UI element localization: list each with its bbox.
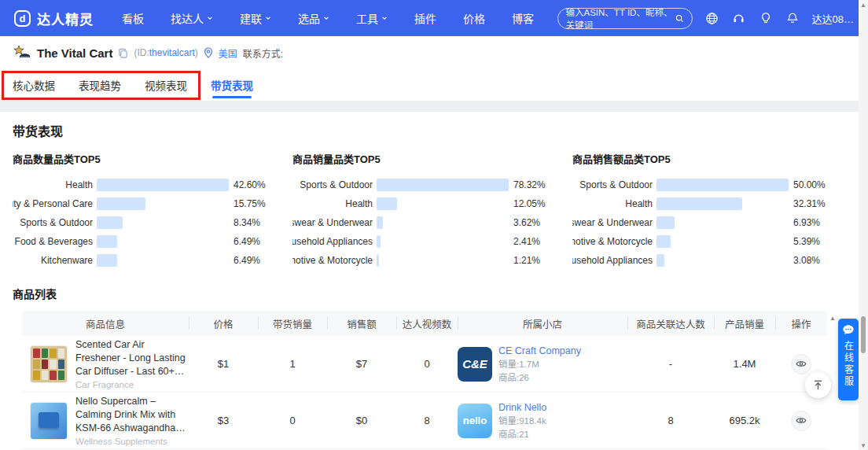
nav-item-blog[interactable]: 博客 [512, 10, 534, 26]
nav-item-dashboard[interactable]: 看板 [122, 10, 144, 26]
back-to-top-icon [812, 379, 824, 391]
table-row: Nello Supercalm – Calming Drink Mix with… [22, 393, 827, 449]
bar-value: 78.32% [513, 179, 546, 190]
bar-row: Automotive & Motorcycle 5.39% [572, 232, 852, 251]
table-row: Scented Car Air Freshener - Long Lasting… [22, 336, 827, 393]
bar-row: Womenswear & Underwear 6.93% [572, 213, 852, 232]
notifications-bell-icon[interactable] [785, 11, 800, 25]
bar [657, 197, 742, 210]
user-account[interactable]: 达达08… [812, 11, 854, 26]
bar [97, 216, 123, 229]
bar [377, 235, 381, 248]
language-globe-icon[interactable] [705, 11, 719, 25]
creator-id: (ID:thevitalcart) [134, 47, 197, 58]
product-sales-cell: 1.4M [714, 358, 775, 370]
bar-label: Sports & Outdoor [572, 179, 653, 190]
bar-label: Automotive & Motorcycle [572, 236, 653, 247]
shop-sales: 销量:1.7M [498, 357, 581, 370]
col-related-creators: 商品关联达人数 [627, 311, 714, 336]
revenue-cell: $7 [327, 358, 396, 370]
product-category: Car Fragrance [75, 380, 187, 389]
bar-label: Sports & Outdoor [292, 179, 373, 190]
bar-label: Sports & Outdoor [13, 217, 93, 228]
col-price: 价格 [189, 311, 258, 336]
shop-name-link[interactable]: CE Craft Company [498, 345, 581, 356]
chevron-down-icon [265, 15, 271, 21]
bar-label: Womenswear & Underwear [292, 217, 373, 228]
view-detail-button[interactable] [791, 411, 811, 431]
search-input[interactable]: 输入ASIN、TT ID、昵称、关键词 [557, 8, 693, 29]
nav-item-product-selection[interactable]: 选品 [298, 10, 329, 26]
bar-value: 2.41% [513, 236, 540, 247]
bar-row: Health 42.60% [13, 175, 292, 194]
creator-profile-header: The Vital Cart (ID:thevitalcart) 美国 联系方式… [0, 36, 868, 69]
brand-icon: d [14, 10, 31, 27]
bar-row: Sports & Outdoor 78.32% [292, 175, 572, 194]
bar-label: Health [292, 198, 373, 209]
online-service-panel[interactable]: 在线客服 [838, 319, 859, 400]
scrollbar-thumb[interactable] [861, 316, 866, 353]
tab-core-data[interactable]: 核心数据 [13, 69, 55, 101]
sales-volume-cell: 1 [258, 358, 327, 370]
brand-name: 达人精灵 [37, 9, 94, 28]
brand-logo[interactable]: d 达人精灵 [14, 9, 94, 28]
bar [657, 179, 789, 191]
nav-item-tools[interactable]: 工具 [356, 10, 388, 26]
creator-name: The Vital Cart [37, 46, 112, 60]
bar [377, 179, 509, 191]
sales-volume-cell: 0 [258, 415, 327, 426]
bar-label: Beauty & Personal Care [13, 198, 93, 209]
bar [657, 216, 675, 229]
scroll-down-arrow[interactable]: ▼ [859, 441, 868, 450]
online-service-label: 在线客服 [842, 341, 855, 388]
videos-cell: 8 [396, 415, 458, 426]
copy-icon[interactable] [118, 48, 128, 58]
bar-value: 50.00% [793, 179, 826, 190]
bar-label: Kitchenware [13, 255, 93, 266]
page-scrollbar[interactable]: ▲ ▼ [859, 0, 868, 450]
tab-performance-trend[interactable]: 表现趋势 [79, 69, 121, 101]
chart-sales-revenue-top5: 商品销售额品类TOP5 Sports & Outdoor 50.00% Heal… [572, 151, 852, 270]
chart-sales-volume-top5: 商品销量品类TOP5 Sports & Outdoor 78.32% Healt… [292, 151, 572, 270]
bar [97, 254, 117, 267]
shop-sales: 销量:918.4k [498, 414, 546, 426]
tab-video-performance[interactable]: 视频表现 [145, 69, 187, 101]
col-actions: 操作 [775, 311, 827, 336]
chart-title: 商品销售额品类TOP5 [572, 151, 852, 166]
nav-item-find-creators[interactable]: 找达人 [171, 10, 213, 26]
table-header: 商品信息 价格 带货销量 销售额 达人视频数 所属小店 商品关联达人数 产品销量… [22, 311, 827, 336]
sales-performance-panel: 带货表现 商品数量品类TOP5 Health 42.60% Beauty & P… [0, 112, 868, 450]
nav-menu: 看板 找达人 建联 选品 工具 插件 价格 博客 [122, 10, 534, 26]
chat-bubble-icon [842, 324, 855, 336]
bar-label: Food & Beverages [13, 236, 93, 247]
bar-value: 6.49% [234, 236, 260, 247]
back-to-top-button[interactable] [805, 372, 831, 398]
chart-title: 商品销量品类TOP5 [292, 151, 572, 166]
product-title[interactable]: Nello Supercalm – Calming Drink Mix with… [75, 395, 187, 435]
chart-title: 商品数量品类TOP5 [13, 151, 292, 166]
scroll-up-arrow[interactable]: ▲ [859, 0, 868, 9]
scroll-up-arrow[interactable]: ▲ [828, 313, 837, 323]
detail-tabs: 核心数据 表现趋势 视频表现 带货表现 [0, 69, 868, 101]
col-revenue: 销售额 [327, 311, 396, 336]
bar-row: Food & Beverages 6.49% [13, 232, 292, 251]
tips-bulb-icon[interactable] [759, 11, 773, 25]
nav-item-pricing[interactable]: 价格 [463, 10, 485, 26]
col-shop: 所属小店 [458, 311, 627, 336]
related-creators-cell: 8 [627, 415, 714, 426]
bar [97, 235, 117, 248]
shop-name-link[interactable]: Drink Nello [498, 402, 546, 413]
product-list-title: 商品列表 [13, 286, 868, 301]
bar-row: Household Appliances 3.08% [572, 251, 852, 270]
product-title[interactable]: Scented Car Air Freshener - Long Lasting… [75, 338, 187, 378]
bar-label: Health [13, 179, 93, 190]
nav-item-plugin[interactable]: 插件 [414, 10, 436, 26]
tab-sales-performance[interactable]: 带货表现 [211, 69, 253, 101]
view-detail-button[interactable] [791, 354, 811, 374]
nav-item-outreach[interactable]: 建联 [240, 10, 271, 26]
bar-value: 3.08% [793, 255, 820, 266]
bar [377, 216, 383, 229]
creator-id-link[interactable]: thevitalcart [149, 47, 195, 58]
price-cell: $3 [189, 415, 258, 426]
support-headset-icon[interactable] [732, 11, 746, 25]
